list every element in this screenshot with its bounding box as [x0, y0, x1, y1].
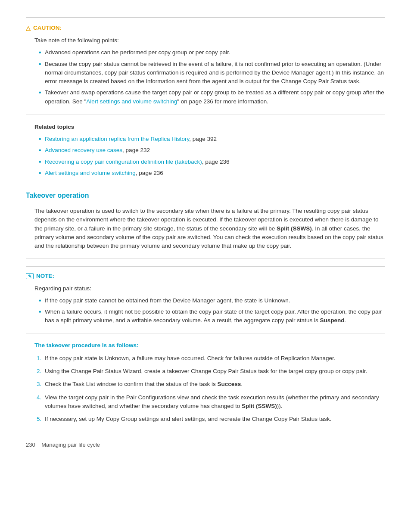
step-1: If the copy pair state is Unknown, a fai… [45, 355, 336, 361]
list-item: If necessary, set up My Copy Group setti… [43, 415, 385, 423]
divider-2 [26, 258, 385, 258]
page-footer: 230 Managing pair life cycle [26, 441, 385, 449]
procedure-heading: The takeover procedure is as follows: [26, 341, 385, 350]
takeover-bold-1: Split (SSWS) [277, 225, 312, 232]
divider-1 [26, 115, 385, 115]
rt-item-2: Advanced recovery use cases, page 232 [45, 147, 150, 153]
list-item: Because the copy pair status cannot be r… [39, 60, 385, 86]
caution-item-1: Advanced operations can be performed per… [45, 49, 230, 56]
advanced-recovery-link[interactable]: Advanced recovery use cases [45, 147, 122, 153]
note-intro: Regarding pair status: [34, 284, 385, 293]
page-number: 230 [26, 442, 35, 448]
note-box: ✎ NOTE: Regarding pair status: If the co… [26, 266, 385, 325]
list-item: Takeover and swap operations cause the t… [39, 88, 385, 106]
step-4-bold: Split (SSWS) [242, 403, 277, 409]
list-item: If the copy pair state cannot be obtaine… [39, 296, 385, 305]
list-item: Restoring an application replica from th… [39, 135, 385, 143]
takeover-section: Takeover operation The takeover operatio… [26, 190, 385, 250]
caution-item-2: Because the copy pair status cannot be r… [45, 61, 384, 85]
alert-settings-link[interactable]: Alert settings and volume switching [45, 170, 136, 176]
note-bold-suspend: Suspend [320, 317, 345, 324]
step-2: Using the Change Pair Status Wizard, cre… [45, 368, 367, 374]
divider-3 [26, 333, 385, 333]
rt-item-4: Alert settings and volume switching, pag… [45, 170, 163, 176]
caution-triangle-icon: △ [26, 24, 31, 33]
takeover-heading: Takeover operation [26, 190, 385, 201]
related-topics-title: Related topics [34, 123, 385, 131]
list-item: Recovering a copy pair configuration def… [39, 158, 385, 166]
rt-item-1: Restoring an application replica from th… [45, 136, 217, 142]
step-3: Check the Task List window to confirm th… [45, 381, 243, 387]
step-3-bold: Success [217, 381, 241, 387]
step-4: View the target copy pair in the Pair Co… [45, 394, 379, 409]
list-item: Using the Change Pair Status Wizard, cre… [43, 367, 385, 376]
caution-box: △ CAUTION: Take note of the following po… [26, 17, 385, 106]
step-5: If necessary, set up My Copy Group setti… [45, 416, 331, 422]
related-topics-section: Related topics Restoring an application … [26, 123, 385, 177]
note-title: ✎ NOTE: [26, 272, 385, 280]
note-icon: ✎ [26, 273, 34, 279]
procedure-section: The takeover procedure is as follows: If… [26, 341, 385, 424]
list-item: When a failure occurs, it might not be p… [39, 308, 385, 325]
procedure-list: If the copy pair state is Unknown, a fai… [26, 354, 385, 424]
list-item: Advanced recovery use cases, page 232 [39, 146, 385, 155]
rt-item-3: Recovering a copy pair configuration def… [45, 159, 230, 165]
caution-intro: Take note of the following points: [34, 36, 385, 45]
footer-text: Managing pair life cycle [41, 442, 100, 448]
recovering-copy-pair-link[interactable]: Recovering a copy pair configuration def… [45, 159, 202, 165]
related-topics-list: Restoring an application replica from th… [34, 135, 385, 177]
list-item: View the target copy pair in the Pair Co… [43, 393, 385, 411]
restoring-link[interactable]: Restoring an application replica from th… [45, 136, 189, 142]
caution-list: Advanced operations can be performed per… [34, 48, 385, 106]
takeover-paragraph: The takeover operation is used to switch… [34, 207, 385, 250]
takeover-body: The takeover operation is used to switch… [26, 207, 385, 250]
caution-title: △ CAUTION: [26, 24, 385, 33]
list-item: If the copy pair state is Unknown, a fai… [43, 354, 385, 363]
caution-label: CAUTION: [33, 24, 62, 32]
list-item: Alert settings and volume switching, pag… [39, 169, 385, 177]
alert-settings-link-caution[interactable]: Alert settings and volume switching [86, 98, 177, 105]
caution-item-3: Takeover and swap operations cause the t… [45, 89, 384, 104]
note-item-2: When a failure occurs, it might not be p… [45, 308, 382, 324]
list-item: Check the Task List window to confirm th… [43, 380, 385, 389]
note-label: NOTE: [36, 272, 54, 280]
note-body: Regarding pair status: If the copy pair … [26, 284, 385, 325]
note-list: If the copy pair state cannot be obtaine… [34, 296, 385, 325]
note-item-1: If the copy pair state cannot be obtaine… [45, 297, 290, 304]
caution-body: Take note of the following points: Advan… [26, 36, 385, 106]
list-item: Advanced operations can be performed per… [39, 48, 385, 57]
